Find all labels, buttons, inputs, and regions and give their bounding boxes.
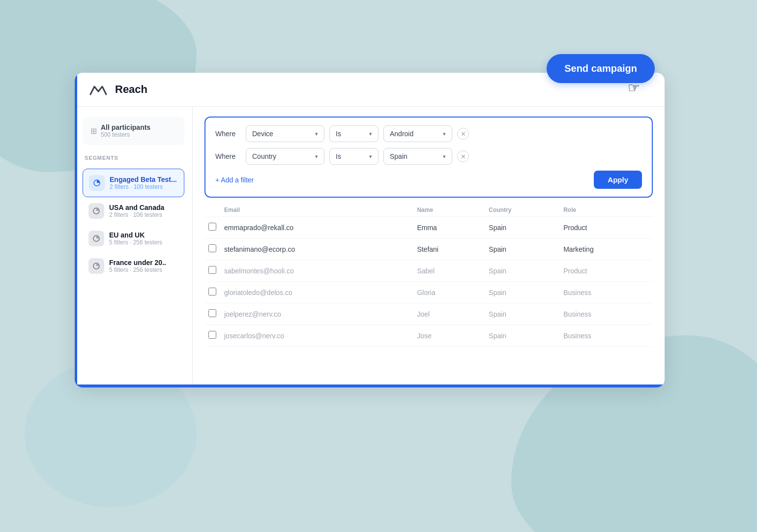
row-checkbox[interactable] <box>208 223 216 231</box>
row-country: Spain <box>485 238 559 260</box>
filter1-operator-select[interactable]: Is ▾ <box>329 125 378 142</box>
row-checkbox-cell[interactable] <box>204 260 220 282</box>
card-body: ⊞ All participants 500 testers SEGMENTS <box>75 107 665 387</box>
sidebar-item-engaged-beta[interactable]: Engaged Beta Test... 2 filters · 100 tes… <box>83 169 184 197</box>
table-container: Email Name Country Role emmaprado@rekall… <box>204 204 653 378</box>
row-role: Business <box>559 303 653 325</box>
row-name: Joel <box>413 303 485 325</box>
row-country: Spain <box>485 217 559 238</box>
segment-name: EU and UK <box>109 231 162 239</box>
row-name: Stefani <box>413 238 485 260</box>
sidebar-item-usa-canada[interactable]: USA and Canada 2 filters · 106 testers <box>83 197 184 225</box>
logo-icon <box>88 83 108 96</box>
segments-list: Engaged Beta Test... 2 filters · 100 tes… <box>83 169 184 280</box>
table-row: gloriatoledo@delos.co Gloria Spain Busin… <box>204 282 653 303</box>
row-checkbox-cell[interactable] <box>204 303 220 325</box>
row-email: stefanimano@ecorp.co <box>220 238 413 260</box>
row-role: Business <box>559 325 653 347</box>
filter1-label: Where <box>215 130 241 138</box>
row-role: Product <box>559 260 653 282</box>
row-checkbox-cell[interactable] <box>204 217 220 238</box>
segment-name: USA and Canada <box>109 204 164 211</box>
row-name: Jose <box>413 325 485 347</box>
col-name: Name <box>413 204 485 217</box>
segment-icon <box>88 231 104 246</box>
filter2-field-select[interactable]: Country ▾ <box>246 148 324 165</box>
filter-row-1: Where Device ▾ Is ▾ Android ▾ ✕ <box>215 125 642 142</box>
apply-button[interactable]: Apply <box>594 171 642 189</box>
filter2-value-select[interactable]: Spain ▾ <box>383 148 452 165</box>
send-campaign-button[interactable]: Send campaign <box>547 54 655 83</box>
row-checkbox[interactable] <box>208 288 216 296</box>
col-role: Role <box>559 204 653 217</box>
chevron-down-icon: ▾ <box>315 153 318 160</box>
row-country: Spain <box>485 325 559 347</box>
filter-row-2: Where Country ▾ Is ▾ Spain ▾ ✕ <box>215 148 642 165</box>
segment-meta: 2 filters · 100 testers <box>110 183 177 190</box>
chevron-down-icon: ▾ <box>369 131 372 137</box>
row-checkbox[interactable] <box>208 266 216 274</box>
row-checkbox-cell[interactable] <box>204 282 220 303</box>
segment-info: Engaged Beta Test... 2 filters · 100 tes… <box>110 176 177 190</box>
row-email: emmaprado@rekall.co <box>220 217 413 238</box>
row-name: Sabel <box>413 260 485 282</box>
segment-info: France under 20.. 5 filters · 256 tester… <box>109 259 166 273</box>
row-checkbox[interactable] <box>208 244 216 252</box>
page-title: Reach <box>115 83 147 96</box>
segment-meta: 2 filters · 106 testers <box>109 211 164 218</box>
segment-icon <box>88 258 104 274</box>
row-country: Spain <box>485 260 559 282</box>
row-checkbox[interactable] <box>208 309 216 317</box>
row-role: Business <box>559 282 653 303</box>
chevron-down-icon: ▾ <box>369 153 372 160</box>
row-checkbox-cell[interactable] <box>204 238 220 260</box>
segment-meta: 5 filters · 256 testers <box>109 266 166 273</box>
filter2-remove-button[interactable]: ✕ <box>457 150 469 162</box>
chevron-down-icon: ▾ <box>443 131 446 137</box>
row-email: sabelmontes@hooli.co <box>220 260 413 282</box>
filter1-value-select[interactable]: Android ▾ <box>383 125 452 142</box>
main-card: Reach ⊞ All participants 500 testers SEG… <box>75 73 665 387</box>
table-header-row: Email Name Country Role <box>204 204 653 217</box>
col-email: Email <box>220 204 413 217</box>
row-country: Spain <box>485 282 559 303</box>
segment-name: Engaged Beta Test... <box>110 176 177 183</box>
segment-meta: 5 filters · 256 testers <box>109 239 162 246</box>
col-country: Country <box>485 204 559 217</box>
row-checkbox-cell[interactable] <box>204 325 220 347</box>
sidebar-item-france-under[interactable]: France under 20.. 5 filters · 256 tester… <box>83 252 184 280</box>
table-row: joelperez@nerv.co Joel Spain Business <box>204 303 653 325</box>
row-name: Gloria <box>413 282 485 303</box>
sidebar-item-eu-uk[interactable]: EU and UK 5 filters · 256 testers <box>83 225 184 252</box>
sidebar: ⊞ All participants 500 testers SEGMENTS <box>75 107 193 387</box>
table-body: emmaprado@rekall.co Emma Spain Product s… <box>204 217 653 347</box>
add-filter-button[interactable]: + Add a filter <box>215 176 254 184</box>
row-email: josecarlos@nerv.co <box>220 325 413 347</box>
filter1-field-select[interactable]: Device ▾ <box>246 125 324 142</box>
table-row: josecarlos@nerv.co Jose Spain Business <box>204 325 653 347</box>
segment-info: EU and UK 5 filters · 256 testers <box>109 231 162 246</box>
segment-icon <box>89 175 105 191</box>
all-participants-count: 500 testers <box>101 131 150 138</box>
segment-info: USA and Canada 2 filters · 106 testers <box>109 204 164 218</box>
filter1-remove-button[interactable]: ✕ <box>457 128 469 140</box>
filter2-label: Where <box>215 152 241 160</box>
segment-icon <box>88 203 104 219</box>
main-content: Where Device ▾ Is ▾ Android ▾ ✕ <box>193 107 665 387</box>
chevron-down-icon: ▾ <box>443 153 446 160</box>
row-email: gloriatoledo@delos.co <box>220 282 413 303</box>
row-role: Product <box>559 217 653 238</box>
table-row: emmaprado@rekall.co Emma Spain Product <box>204 217 653 238</box>
testers-table: Email Name Country Role emmaprado@rekall… <box>204 204 653 347</box>
row-checkbox[interactable] <box>208 331 216 339</box>
segments-heading: SEGMENTS <box>83 153 184 165</box>
row-role: Marketing <box>559 238 653 260</box>
row-country: Spain <box>485 303 559 325</box>
filter-actions: + Add a filter Apply <box>215 171 642 189</box>
filter-box: Where Device ▾ Is ▾ Android ▾ ✕ <box>204 117 653 198</box>
participants-icon: ⊞ <box>90 126 97 136</box>
filter2-operator-select[interactable]: Is ▾ <box>329 148 378 165</box>
col-checkbox <box>204 204 220 217</box>
row-email: joelperez@nerv.co <box>220 303 413 325</box>
all-participants-item[interactable]: ⊞ All participants 500 testers <box>83 117 184 145</box>
